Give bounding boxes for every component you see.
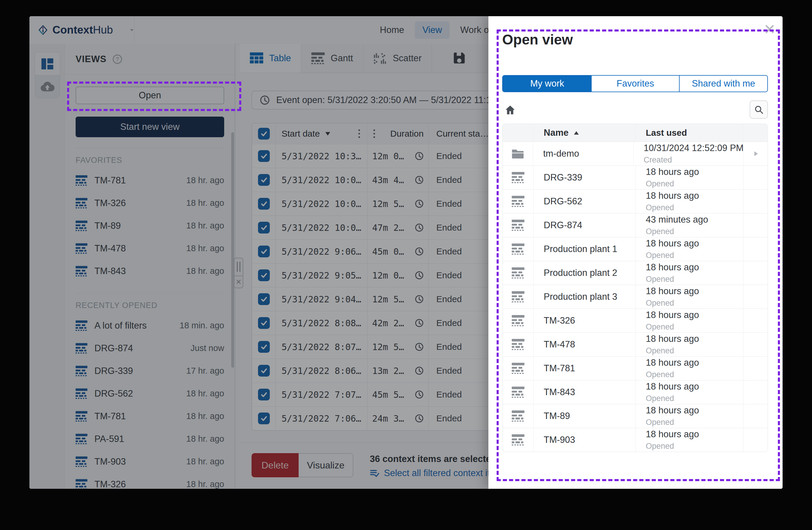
view-name-cell: TM-843: [534, 380, 636, 404]
app-window: ContextHub Home View Work organiz: [29, 16, 783, 489]
view-type-icon: [512, 172, 525, 183]
icon-column-header: [503, 124, 534, 142]
modal-view-row[interactable]: tm-demo 10/31/2024 12:52:09 PM Created: [503, 142, 768, 166]
view-type-icon: [512, 220, 525, 231]
expand-cell: [743, 309, 768, 332]
view-type-icon: [512, 243, 525, 255]
search-icon: [754, 105, 764, 114]
modal-view-row[interactable]: DRG-874 43 minutes ago Opened: [503, 213, 768, 237]
expand-cell: [743, 166, 768, 189]
modal-close-icon[interactable]: [764, 24, 775, 34]
last-used-cell: 18 hours ago Opened: [636, 380, 743, 404]
open-view-modal: Open view My work Favorites Shared with …: [488, 16, 783, 489]
last-used-cell: 18 hours ago Opened: [636, 428, 743, 452]
row-icon-cell: [503, 404, 534, 428]
view-name-cell: TM-89: [534, 404, 636, 428]
last-used-cell: 18 hours ago Opened: [636, 404, 743, 428]
last-used-cell: 18 hours ago Opened: [636, 309, 743, 332]
last-used-cell: 18 hours ago Opened: [636, 285, 743, 309]
row-icon-cell: [503, 142, 533, 166]
row-icon-cell: [503, 166, 534, 189]
modal-view-row[interactable]: Production plant 2 18 hours ago Opened: [503, 261, 768, 285]
expand-cell: [743, 380, 768, 404]
view-type-icon: [512, 196, 525, 207]
modal-view-row[interactable]: TM-89 18 hours ago Opened: [503, 404, 768, 428]
row-icon-cell: [503, 357, 534, 380]
modal-tab[interactable]: Favorites: [591, 76, 679, 92]
search-button[interactable]: [750, 100, 768, 118]
chevron-right-icon[interactable]: [752, 150, 759, 157]
modal-view-row[interactable]: TM-903 18 hours ago Opened: [503, 428, 768, 452]
name-column-header[interactable]: Name: [534, 124, 636, 142]
expand-column-header: [743, 124, 768, 142]
view-name-cell: Production plant 1: [534, 237, 636, 261]
last-used-cell: 10/31/2024 12:52:09 PM Created: [634, 142, 744, 166]
view-type-icon: [512, 387, 525, 398]
sort-asc-icon: [573, 130, 580, 136]
last-used-cell: 18 hours ago Opened: [636, 237, 743, 261]
view-type-icon: [512, 339, 525, 350]
modal-table-body: tm-demo 10/31/2024 12:52:09 PM Created: [503, 142, 768, 452]
last-used-column-header[interactable]: Last used: [636, 124, 743, 142]
screenshot-stage: ContextHub Home View Work organiz: [0, 0, 812, 530]
row-icon-cell: [503, 261, 534, 285]
view-type-icon: [512, 434, 525, 446]
row-icon-cell: [503, 309, 534, 332]
modal-view-row[interactable]: DRG-562 18 hours ago Opened: [503, 189, 768, 213]
modal-tab[interactable]: My work: [503, 76, 591, 92]
view-type-icon: [511, 148, 524, 159]
view-name-cell: DRG-874: [534, 213, 636, 237]
last-used-cell: 18 hours ago Opened: [636, 166, 743, 189]
row-icon-cell: [503, 237, 534, 261]
expand-cell: [743, 213, 768, 237]
modal-view-row[interactable]: DRG-339 18 hours ago Opened: [503, 166, 768, 189]
modal-title: Open view: [502, 31, 573, 48]
view-type-icon: [512, 315, 525, 326]
last-used-cell: 18 hours ago Opened: [636, 333, 743, 356]
modal-view-row[interactable]: TM-326 18 hours ago Opened: [503, 309, 768, 332]
last-used-cell: 43 minutes ago Opened: [636, 213, 743, 237]
last-used-cell: 18 hours ago Opened: [636, 190, 743, 213]
expand-cell: [743, 333, 768, 356]
modal-view-row[interactable]: TM-781 18 hours ago Opened: [503, 356, 768, 380]
modal-view-row[interactable]: Production plant 1 18 hours ago Opened: [503, 237, 768, 261]
view-name-cell: Production plant 3: [534, 285, 636, 309]
modal-table-header: Name Last used: [503, 124, 768, 142]
expand-cell: [743, 404, 768, 428]
row-icon-cell: [503, 380, 534, 404]
view-type-icon: [512, 267, 525, 279]
expand-cell: [743, 428, 768, 452]
view-name-cell: tm-demo: [533, 142, 634, 166]
row-icon-cell: [503, 285, 534, 309]
modal-view-row[interactable]: TM-478 18 hours ago Opened: [503, 332, 768, 356]
modal-tab[interactable]: Shared with me: [679, 76, 767, 92]
expand-cell: [743, 237, 768, 261]
view-type-icon: [512, 410, 525, 422]
expand-cell: [744, 142, 768, 166]
last-used-cell: 18 hours ago Opened: [636, 261, 743, 285]
view-type-icon: [512, 363, 525, 374]
expand-cell: [743, 285, 768, 309]
expand-cell: [743, 190, 768, 213]
home-breadcrumb-icon[interactable]: [505, 104, 516, 116]
last-used-cell: 18 hours ago Opened: [636, 357, 743, 380]
view-name-cell: TM-478: [534, 333, 636, 356]
modal-view-row[interactable]: TM-843 18 hours ago Opened: [503, 380, 768, 404]
expand-cell: [743, 357, 768, 380]
modal-view-row[interactable]: Production plant 3 18 hours ago Opened: [503, 285, 768, 309]
row-icon-cell: [503, 213, 534, 237]
view-name-cell: DRG-339: [534, 166, 636, 189]
modal-views-table: Name Last used tm-d: [502, 124, 768, 452]
view-name-cell: TM-781: [534, 357, 636, 380]
row-icon-cell: [503, 190, 534, 213]
view-type-icon: [512, 291, 525, 303]
view-name-cell: Production plant 2: [534, 261, 636, 285]
row-icon-cell: [503, 428, 534, 452]
view-name-cell: TM-326: [534, 309, 636, 332]
expand-cell: [743, 261, 768, 285]
modal-tabs: My work Favorites Shared with me: [502, 75, 768, 92]
view-name-cell: DRG-562: [534, 190, 636, 213]
row-icon-cell: [503, 333, 534, 356]
view-name-cell: TM-903: [534, 428, 636, 452]
